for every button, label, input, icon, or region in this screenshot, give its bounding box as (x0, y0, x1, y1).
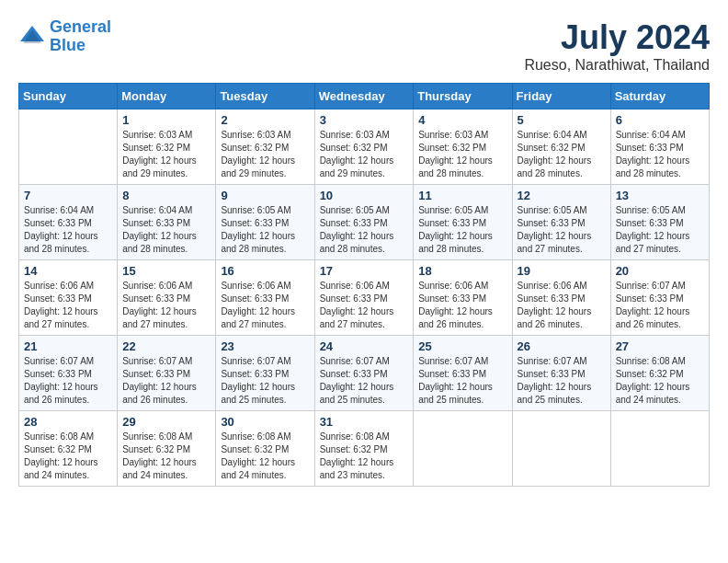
day-number: 30 (221, 415, 309, 429)
calendar-week-row: 28Sunrise: 6:08 AMSunset: 6:32 PMDayligh… (19, 411, 710, 487)
calendar-cell: 25Sunrise: 6:07 AMSunset: 6:33 PMDayligh… (414, 336, 512, 411)
day-number: 3 (320, 113, 409, 127)
day-info: Sunrise: 6:07 AMSunset: 6:33 PMDaylight:… (418, 355, 506, 407)
day-info: Sunrise: 6:07 AMSunset: 6:33 PMDaylight:… (221, 355, 309, 407)
calendar-cell: 21Sunrise: 6:07 AMSunset: 6:33 PMDayligh… (19, 336, 118, 411)
calendar-cell: 1Sunrise: 6:03 AMSunset: 6:32 PMDaylight… (118, 109, 216, 185)
day-number: 25 (418, 339, 506, 353)
day-info: Sunrise: 6:08 AMSunset: 6:32 PMDaylight:… (320, 431, 409, 482)
day-number: 17 (320, 264, 409, 278)
weekday-header-wednesday: Wednesday (314, 84, 414, 109)
day-number: 15 (122, 264, 210, 278)
day-number: 19 (518, 264, 606, 278)
day-info: Sunrise: 6:04 AMSunset: 6:33 PMDaylight:… (24, 204, 112, 256)
calendar-cell: 13Sunrise: 6:05 AMSunset: 6:33 PMDayligh… (610, 185, 709, 260)
day-number: 5 (518, 113, 606, 127)
calendar-cell (610, 411, 709, 487)
calendar-cell: 18Sunrise: 6:06 AMSunset: 6:33 PMDayligh… (414, 260, 512, 336)
day-number: 10 (320, 189, 409, 202)
day-info: Sunrise: 6:05 AMSunset: 6:33 PMDaylight:… (320, 204, 409, 256)
weekday-header-thursday: Thursday (414, 84, 512, 109)
title-block: July 2024 Rueso, Narathiwat, Thailand (524, 18, 710, 74)
calendar-cell: 27Sunrise: 6:08 AMSunset: 6:32 PMDayligh… (610, 336, 709, 411)
calendar-cell: 3Sunrise: 6:03 AMSunset: 6:32 PMDaylight… (314, 109, 414, 185)
calendar-table: SundayMondayTuesdayWednesdayThursdayFrid… (18, 83, 710, 487)
day-number: 8 (122, 189, 210, 202)
day-info: Sunrise: 6:04 AMSunset: 6:33 PMDaylight:… (616, 129, 704, 180)
day-number: 1 (122, 113, 210, 127)
day-info: Sunrise: 6:06 AMSunset: 6:33 PMDaylight:… (518, 280, 606, 331)
logo-icon (18, 23, 46, 51)
day-info: Sunrise: 6:08 AMSunset: 6:32 PMDaylight:… (616, 355, 704, 407)
day-info: Sunrise: 6:08 AMSunset: 6:32 PMDaylight:… (122, 431, 210, 482)
calendar-cell: 29Sunrise: 6:08 AMSunset: 6:32 PMDayligh… (118, 411, 216, 487)
calendar-cell: 15Sunrise: 6:06 AMSunset: 6:33 PMDayligh… (118, 260, 216, 336)
day-info: Sunrise: 6:06 AMSunset: 6:33 PMDaylight:… (320, 280, 409, 331)
day-info: Sunrise: 6:07 AMSunset: 6:33 PMDaylight:… (518, 355, 606, 407)
day-number: 21 (24, 339, 112, 353)
day-info: Sunrise: 6:07 AMSunset: 6:33 PMDaylight:… (24, 355, 112, 407)
calendar-cell: 5Sunrise: 6:04 AMSunset: 6:32 PMDaylight… (512, 109, 610, 185)
day-info: Sunrise: 6:03 AMSunset: 6:32 PMDaylight:… (418, 129, 506, 180)
day-info: Sunrise: 6:05 AMSunset: 6:33 PMDaylight:… (418, 204, 506, 256)
day-info: Sunrise: 6:06 AMSunset: 6:33 PMDaylight:… (122, 280, 210, 331)
day-number: 7 (24, 189, 112, 202)
day-info: Sunrise: 6:05 AMSunset: 6:33 PMDaylight:… (221, 204, 309, 256)
day-info: Sunrise: 6:04 AMSunset: 6:32 PMDaylight:… (518, 129, 606, 180)
logo: General Blue (18, 18, 111, 55)
day-info: Sunrise: 6:03 AMSunset: 6:32 PMDaylight:… (122, 129, 210, 180)
day-number: 6 (616, 113, 704, 127)
calendar-cell: 17Sunrise: 6:06 AMSunset: 6:33 PMDayligh… (314, 260, 414, 336)
day-info: Sunrise: 6:08 AMSunset: 6:32 PMDaylight:… (24, 431, 112, 482)
calendar-cell: 31Sunrise: 6:08 AMSunset: 6:32 PMDayligh… (314, 411, 414, 487)
day-number: 14 (24, 264, 112, 278)
weekday-header-monday: Monday (118, 84, 216, 109)
day-number: 24 (320, 339, 409, 353)
day-number: 16 (221, 264, 309, 278)
location-title: Rueso, Narathiwat, Thailand (524, 57, 710, 74)
logo-line1: General (50, 17, 111, 36)
day-number: 29 (122, 415, 210, 429)
calendar-cell: 23Sunrise: 6:07 AMSunset: 6:33 PMDayligh… (216, 336, 314, 411)
logo-line2: Blue (50, 36, 85, 54)
calendar-week-row: 7Sunrise: 6:04 AMSunset: 6:33 PMDaylight… (19, 185, 710, 260)
day-number: 23 (221, 339, 309, 353)
day-number: 20 (616, 264, 704, 278)
day-number: 31 (320, 415, 409, 429)
calendar-cell: 9Sunrise: 6:05 AMSunset: 6:33 PMDaylight… (216, 185, 314, 260)
month-title: July 2024 (524, 18, 710, 57)
calendar-cell: 14Sunrise: 6:06 AMSunset: 6:33 PMDayligh… (19, 260, 118, 336)
calendar-cell: 2Sunrise: 6:03 AMSunset: 6:32 PMDaylight… (216, 109, 314, 185)
day-info: Sunrise: 6:05 AMSunset: 6:33 PMDaylight:… (616, 204, 704, 256)
day-info: Sunrise: 6:07 AMSunset: 6:33 PMDaylight:… (320, 355, 409, 407)
weekday-header-tuesday: Tuesday (216, 84, 314, 109)
calendar-cell: 6Sunrise: 6:04 AMSunset: 6:33 PMDaylight… (610, 109, 709, 185)
day-number: 22 (122, 339, 210, 353)
day-number: 13 (616, 189, 704, 202)
calendar-cell: 22Sunrise: 6:07 AMSunset: 6:33 PMDayligh… (118, 336, 216, 411)
calendar-cell: 28Sunrise: 6:08 AMSunset: 6:32 PMDayligh… (19, 411, 118, 487)
weekday-header-friday: Friday (512, 84, 610, 109)
day-number: 11 (418, 189, 506, 202)
calendar-cell: 4Sunrise: 6:03 AMSunset: 6:32 PMDaylight… (414, 109, 512, 185)
calendar-cell: 7Sunrise: 6:04 AMSunset: 6:33 PMDaylight… (19, 185, 118, 260)
day-info: Sunrise: 6:07 AMSunset: 6:33 PMDaylight:… (122, 355, 210, 407)
calendar-cell: 26Sunrise: 6:07 AMSunset: 6:33 PMDayligh… (512, 336, 610, 411)
day-info: Sunrise: 6:06 AMSunset: 6:33 PMDaylight:… (221, 280, 309, 331)
day-info: Sunrise: 6:05 AMSunset: 6:33 PMDaylight:… (518, 204, 606, 256)
calendar-cell: 16Sunrise: 6:06 AMSunset: 6:33 PMDayligh… (216, 260, 314, 336)
day-number: 27 (616, 339, 704, 353)
calendar-week-row: 14Sunrise: 6:06 AMSunset: 6:33 PMDayligh… (19, 260, 710, 336)
day-number: 28 (24, 415, 112, 429)
day-info: Sunrise: 6:03 AMSunset: 6:32 PMDaylight:… (320, 129, 409, 180)
calendar-cell: 19Sunrise: 6:06 AMSunset: 6:33 PMDayligh… (512, 260, 610, 336)
day-info: Sunrise: 6:07 AMSunset: 6:33 PMDaylight:… (616, 280, 704, 331)
calendar-week-row: 21Sunrise: 6:07 AMSunset: 6:33 PMDayligh… (19, 336, 710, 411)
logo-text: General Blue (50, 18, 111, 55)
calendar-cell (414, 411, 512, 487)
day-info: Sunrise: 6:06 AMSunset: 6:33 PMDaylight:… (418, 280, 506, 331)
day-number: 18 (418, 264, 506, 278)
calendar-cell: 24Sunrise: 6:07 AMSunset: 6:33 PMDayligh… (314, 336, 414, 411)
weekday-header-sunday: Sunday (19, 84, 118, 109)
day-number: 2 (221, 113, 309, 127)
